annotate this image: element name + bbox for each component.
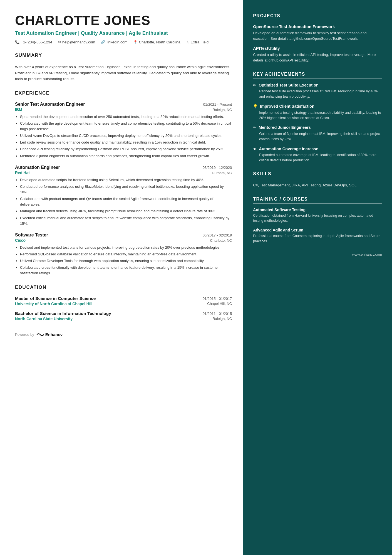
training-agile-name: Advanced Agile and Scrum (253, 228, 382, 232)
edu-ncsu-location: Raleigh, NC (212, 317, 232, 321)
job-redhat-company-row: Red Hat Durham, NC (15, 171, 232, 175)
list-item: Utilized Chrome Developer Tools for thor… (20, 258, 232, 264)
job-cisco-header: Software Tester 06/2017 - 02/2019 (15, 233, 232, 238)
job-cisco-location: Charlotte, NC (210, 238, 232, 243)
job-cisco-bullets: Devised and implemented test plans for v… (15, 245, 232, 276)
extra-field-value: Extra Field (191, 40, 209, 44)
website-url: www.enhancv.com (352, 252, 382, 256)
job-cisco-company-row: Cisco Charlotte, NC (15, 238, 232, 243)
list-item: Enhanced API testing reliability by impl… (20, 146, 232, 152)
achievement-mentored: ✏ Mentored Junior Engineers Guided a tea… (253, 125, 382, 142)
candidate-title: Test Automation Engineer | Quality Assur… (15, 30, 232, 37)
contact-row: 📞 +1-(234)-555-1234 ✉ help@enhancv.com 🔗… (15, 40, 232, 44)
linkedin-value: linkedin.com (106, 40, 127, 44)
experience-title: EXPERIENCE (15, 90, 232, 98)
location-icon: 📍 (133, 40, 138, 44)
training-automated-name: Automated Software Testing (253, 208, 382, 212)
wrench-icon: ✏ (253, 83, 256, 87)
job-ibm: Senior Test Automation Engineer 01/2021 … (15, 102, 232, 159)
edu-unc-degree: Master of Science in Computer Science (15, 296, 96, 301)
job-ibm-company: IBM (15, 107, 22, 112)
achievement-optimized: ✏ Optimized Test Suite Execution Refined… (253, 83, 382, 99)
job-ibm-title: Senior Test Automation Engineer (15, 102, 85, 107)
job-ibm-company-row: IBM Raleigh, NC (15, 107, 232, 112)
resume-header: CHARLOTTE JONES Test Automation Engineer… (15, 13, 232, 44)
left-footer: Powered by Enhancv (15, 332, 232, 337)
list-item: Executed critical manual and automated t… (20, 215, 232, 226)
star-icon: ★ (253, 147, 257, 151)
list-item: Devised and implemented test plans for v… (20, 245, 232, 250)
project-apitestutility-name: APITestUtility (253, 46, 382, 51)
linkedin-icon: 🔗 (101, 40, 105, 44)
location-value: Charlotte, North Carolina (139, 40, 180, 44)
achievement-automation-title: Automation Coverage Increase (259, 146, 318, 152)
edu-unc-header: Master of Science in Computer Science 01… (15, 296, 232, 301)
achievement-automation: ★ Automation Coverage Increase Expanded … (253, 146, 382, 163)
list-item: Collaborated with product managers and Q… (20, 196, 232, 207)
job-ibm-bullets: Spearheaded the development and executio… (15, 114, 232, 159)
projects-section: PROJECTS OpenSource Test Automation Fram… (253, 13, 382, 63)
right-column: PROJECTS OpenSource Test Automation Fram… (243, 0, 392, 555)
job-ibm-location: Raleigh, NC (212, 108, 232, 112)
email-contact: ✉ help@enhancv.com (58, 40, 95, 44)
project-apitestutility-desc: Created a utility to assist in efficient… (253, 52, 382, 63)
project-opensource: OpenSource Test Automation Framework Dev… (253, 24, 382, 41)
achievement-client-desc: Implemented a testing strategy that incr… (253, 110, 382, 121)
summary-text: With over 4 years of experience as a Tes… (15, 64, 232, 82)
job-cisco-dates: 06/2017 - 02/2019 (203, 233, 232, 237)
email-value: help@enhancv.com (62, 40, 95, 44)
list-item: Mentored 3 junior engineers in automatio… (20, 153, 232, 159)
job-redhat: Automation Engineer 03/2019 - 12/2020 Re… (15, 165, 232, 226)
achievement-client: 💡 Improved Client Satisfaction Implement… (253, 104, 382, 120)
job-ibm-header: Senior Test Automation Engineer 01/2021 … (15, 102, 232, 107)
edu-unc-school: University of North Carolina at Chapel H… (15, 302, 93, 306)
extra-field-contact: ☆ Extra Field (186, 40, 209, 44)
list-item: Developed automated scripts for frontend… (20, 177, 232, 183)
extra-icon: ☆ (186, 40, 189, 44)
projects-title: PROJECTS (253, 13, 382, 20)
pencil-icon: ✏ (253, 125, 256, 130)
edu-ncsu-dates: 01/2011 - 01/2015 (203, 312, 232, 316)
project-apitestutility: APITestUtility Created a utility to assi… (253, 46, 382, 63)
edu-ncsu-school-row: North Carolina State University Raleigh,… (15, 317, 232, 321)
list-item: Performed SQL-based database validation … (20, 251, 232, 257)
achievement-automation-header: ★ Automation Coverage Increase (253, 146, 382, 152)
achievement-mentored-title: Mentored Junior Engineers (259, 125, 311, 130)
experience-section: EXPERIENCE Senior Test Automation Engine… (15, 90, 232, 276)
list-item: Conducted performance analyses using Bla… (20, 184, 232, 195)
email-icon: ✉ (58, 40, 61, 44)
edu-unc-location: Chapel Hill, NC (207, 302, 232, 306)
job-redhat-company: Red Hat (15, 171, 30, 175)
left-column: CHARLOTTE JONES Test Automation Engineer… (0, 0, 243, 555)
phone-icon: 📞 (15, 40, 19, 44)
achievement-mentored-header: ✏ Mentored Junior Engineers (253, 125, 382, 130)
powered-by-text: Powered by (15, 332, 34, 337)
enhancv-logo: Enhancv (36, 332, 63, 337)
list-item: Led code review sessions to enhance code… (20, 140, 232, 145)
job-redhat-dates: 03/2019 - 12/2020 (203, 166, 232, 170)
achievement-client-header: 💡 Improved Client Satisfaction (253, 104, 382, 109)
edu-ncsu-degree: Bachelor of Science in Information Techn… (15, 311, 111, 316)
achievement-optimized-header: ✏ Optimized Test Suite Execution (253, 83, 382, 88)
list-item: Spearheaded the development and executio… (20, 114, 232, 120)
project-opensource-name: OpenSource Test Automation Framework (253, 24, 382, 29)
list-item: Managed and tracked defects using JIRA, … (20, 208, 232, 214)
list-item: Collaborated cross-functionally with dev… (20, 265, 232, 276)
training-automated-desc: Certification obtained from Harvard Univ… (253, 213, 382, 224)
achievement-optimized-title: Optimized Test Suite Execution (259, 83, 319, 88)
phone-value: +1-(234)-555-1234 (21, 40, 52, 44)
achievements-title: KEY ACHIEVEMENTS (253, 72, 382, 79)
edu-ncsu-school: North Carolina State University (15, 317, 73, 321)
job-cisco: Software Tester 06/2017 - 02/2019 Cisco … (15, 233, 232, 276)
bulb-icon: 💡 (253, 104, 258, 108)
job-redhat-bullets: Developed automated scripts for frontend… (15, 177, 232, 226)
summary-section: SUMMARY With over 4 years of experience … (15, 53, 232, 82)
edu-unc: Master of Science in Computer Science 01… (15, 296, 232, 306)
training-agile-desc: Professional course from Coursera explor… (253, 233, 382, 244)
enhancv-logo-icon (36, 332, 44, 337)
job-redhat-title: Automation Engineer (15, 165, 60, 170)
job-redhat-location: Durham, NC (212, 171, 232, 175)
achievements-section: KEY ACHIEVEMENTS ✏ Optimized Test Suite … (253, 72, 382, 163)
enhancv-brand: Enhancv (45, 332, 63, 337)
education-section: EDUCATION Master of Science in Computer … (15, 285, 232, 321)
